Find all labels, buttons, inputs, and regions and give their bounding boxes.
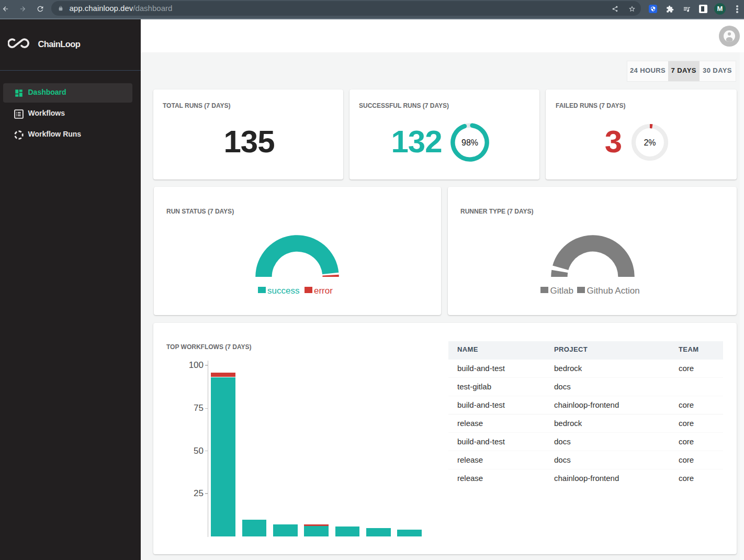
svg-text:2%: 2%	[644, 138, 656, 147]
svg-text:98%: 98%	[461, 138, 478, 147]
